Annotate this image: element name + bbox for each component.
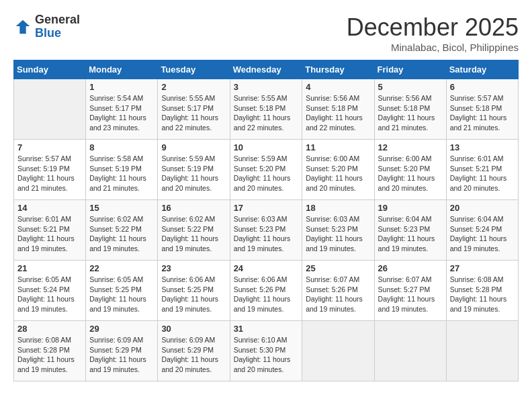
calendar-cell: 27Sunrise: 6:08 AMSunset: 5:28 PMDayligh… [446,261,518,321]
calendar-cell [302,321,374,381]
day-number: 23 [161,263,226,273]
day-number: 2 [161,82,226,92]
title-block: December 2025 Minalabac, Bicol, Philippi… [347,13,519,53]
calendar-cell: 23Sunrise: 6:06 AMSunset: 5:25 PMDayligh… [158,261,230,321]
cell-content: Sunrise: 5:54 AMSunset: 5:17 PMDaylight:… [89,93,154,133]
day-number: 29 [89,324,154,334]
calendar-cell: 31Sunrise: 6:10 AMSunset: 5:30 PMDayligh… [230,321,302,381]
cell-content: Sunrise: 6:08 AMSunset: 5:28 PMDaylight:… [17,335,82,375]
calendar-cell: 11Sunrise: 6:00 AMSunset: 5:20 PMDayligh… [302,140,374,200]
calendar-cell: 25Sunrise: 6:07 AMSunset: 5:26 PMDayligh… [302,261,374,321]
day-number: 24 [234,263,299,273]
calendar-cell: 10Sunrise: 5:59 AMSunset: 5:20 PMDayligh… [230,140,302,200]
cell-content: Sunrise: 6:01 AMSunset: 5:21 PMDaylight:… [17,214,82,254]
cell-content: Sunrise: 5:56 AMSunset: 5:18 PMDaylight:… [306,93,370,133]
calendar-cell: 29Sunrise: 6:09 AMSunset: 5:29 PMDayligh… [86,321,158,381]
cell-content: Sunrise: 5:55 AMSunset: 5:17 PMDaylight:… [161,93,226,133]
calendar-cell: 1Sunrise: 5:54 AMSunset: 5:17 PMDaylight… [86,79,158,140]
cell-content: Sunrise: 6:07 AMSunset: 5:27 PMDaylight:… [378,275,443,314]
day-number: 15 [89,203,154,213]
day-number: 18 [306,203,370,213]
calendar-cell: 30Sunrise: 6:09 AMSunset: 5:29 PMDayligh… [158,321,230,381]
calendar-cell: 16Sunrise: 6:02 AMSunset: 5:22 PMDayligh… [158,200,230,261]
cell-content: Sunrise: 6:05 AMSunset: 5:25 PMDaylight:… [89,275,154,314]
cell-content: Sunrise: 6:00 AMSunset: 5:20 PMDaylight:… [378,154,443,193]
col-header-wednesday: Wednesday [230,60,302,79]
calendar-cell: 24Sunrise: 6:06 AMSunset: 5:26 PMDayligh… [230,261,302,321]
cell-content: Sunrise: 5:57 AMSunset: 5:18 PMDaylight:… [450,93,515,133]
day-number: 30 [161,324,226,334]
calendar-week-row: 14Sunrise: 6:01 AMSunset: 5:21 PMDayligh… [14,200,519,261]
cell-content: Sunrise: 6:04 AMSunset: 5:24 PMDaylight:… [450,214,515,254]
calendar-week-row: 28Sunrise: 6:08 AMSunset: 5:28 PMDayligh… [14,321,519,381]
calendar-week-row: 1Sunrise: 5:54 AMSunset: 5:17 PMDaylight… [14,79,519,140]
day-number: 10 [234,142,299,152]
col-header-friday: Friday [374,60,446,79]
cell-content: Sunrise: 5:59 AMSunset: 5:20 PMDaylight:… [234,154,299,193]
day-number: 12 [378,142,443,152]
cell-content: Sunrise: 6:05 AMSunset: 5:24 PMDaylight:… [17,275,82,314]
cell-content: Sunrise: 5:55 AMSunset: 5:18 PMDaylight:… [234,93,299,133]
cell-content: Sunrise: 5:58 AMSunset: 5:19 PMDaylight:… [89,154,154,193]
cell-content: Sunrise: 6:08 AMSunset: 5:28 PMDaylight:… [450,275,515,314]
cell-content: Sunrise: 6:03 AMSunset: 5:23 PMDaylight:… [234,214,299,254]
cell-content: Sunrise: 6:06 AMSunset: 5:25 PMDaylight:… [161,275,226,314]
day-number: 11 [306,142,370,152]
calendar-cell [446,321,518,381]
svg-marker-0 [16,20,30,34]
calendar-cell: 2Sunrise: 5:55 AMSunset: 5:17 PMDaylight… [158,79,230,140]
day-number: 8 [89,142,154,152]
day-number: 1 [89,82,154,92]
logo: General Blue [13,13,80,40]
calendar-cell: 28Sunrise: 6:08 AMSunset: 5:28 PMDayligh… [14,321,86,381]
calendar-cell: 22Sunrise: 6:05 AMSunset: 5:25 PMDayligh… [86,261,158,321]
cell-content: Sunrise: 5:56 AMSunset: 5:18 PMDaylight:… [378,93,443,133]
day-number: 4 [306,82,370,92]
day-number: 13 [450,142,515,152]
calendar-cell: 26Sunrise: 6:07 AMSunset: 5:27 PMDayligh… [374,261,446,321]
location-text: Minalabac, Bicol, Philippines [347,42,519,53]
day-number: 17 [234,203,299,213]
logo-general-text: General [35,13,80,26]
day-number: 25 [306,263,370,273]
cell-content: Sunrise: 6:02 AMSunset: 5:22 PMDaylight:… [89,214,154,254]
calendar-cell: 3Sunrise: 5:55 AMSunset: 5:18 PMDaylight… [230,79,302,140]
calendar-cell: 18Sunrise: 6:03 AMSunset: 5:23 PMDayligh… [302,200,374,261]
calendar-cell: 13Sunrise: 6:01 AMSunset: 5:21 PMDayligh… [446,140,518,200]
calendar-cell [14,79,86,140]
calendar-cell: 21Sunrise: 6:05 AMSunset: 5:24 PMDayligh… [14,261,86,321]
day-number: 6 [450,82,515,92]
day-number: 16 [161,203,226,213]
page-header: General Blue December 2025 Minalabac, Bi… [13,13,519,53]
calendar-header-row: SundayMondayTuesdayWednesdayThursdayFrid… [14,60,519,79]
calendar-table: SundayMondayTuesdayWednesdayThursdayFrid… [13,60,519,381]
cell-content: Sunrise: 6:06 AMSunset: 5:26 PMDaylight:… [234,275,299,314]
calendar-cell: 12Sunrise: 6:00 AMSunset: 5:20 PMDayligh… [374,140,446,200]
logo-icon [13,17,32,36]
day-number: 26 [378,263,443,273]
calendar-cell: 9Sunrise: 5:59 AMSunset: 5:19 PMDaylight… [158,140,230,200]
calendar-cell: 15Sunrise: 6:02 AMSunset: 5:22 PMDayligh… [86,200,158,261]
calendar-cell: 20Sunrise: 6:04 AMSunset: 5:24 PMDayligh… [446,200,518,261]
calendar-cell: 7Sunrise: 5:57 AMSunset: 5:19 PMDaylight… [14,140,86,200]
day-number: 20 [450,203,515,213]
col-header-monday: Monday [86,60,158,79]
day-number: 19 [378,203,443,213]
cell-content: Sunrise: 6:09 AMSunset: 5:29 PMDaylight:… [161,335,226,375]
month-title: December 2025 [347,13,519,42]
cell-content: Sunrise: 6:09 AMSunset: 5:29 PMDaylight:… [89,335,154,375]
col-header-saturday: Saturday [446,60,518,79]
day-number: 27 [450,263,515,273]
cell-content: Sunrise: 5:57 AMSunset: 5:19 PMDaylight:… [17,154,82,193]
calendar-cell: 19Sunrise: 6:04 AMSunset: 5:23 PMDayligh… [374,200,446,261]
calendar-cell: 14Sunrise: 6:01 AMSunset: 5:21 PMDayligh… [14,200,86,261]
calendar-cell: 17Sunrise: 6:03 AMSunset: 5:23 PMDayligh… [230,200,302,261]
day-number: 7 [17,142,82,152]
day-number: 31 [234,324,299,334]
cell-content: Sunrise: 6:00 AMSunset: 5:20 PMDaylight:… [306,154,370,193]
cell-content: Sunrise: 6:01 AMSunset: 5:21 PMDaylight:… [450,154,515,193]
day-number: 5 [378,82,443,92]
calendar-cell [374,321,446,381]
day-number: 28 [17,324,82,334]
day-number: 3 [234,82,299,92]
